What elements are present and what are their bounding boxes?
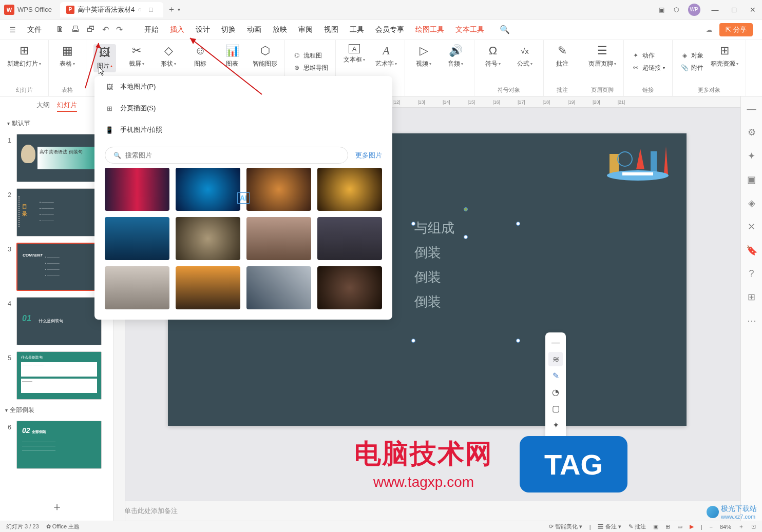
phone-image-option[interactable]: 📱手机图片/拍照	[94, 119, 392, 141]
screenshot-button[interactable]: ✂ 截屏▾	[125, 44, 148, 72]
comments-toggle[interactable]: ✎ 批注	[628, 523, 646, 530]
close-button[interactable]: ✕	[748, 6, 758, 14]
view-slideshow-icon[interactable]: ▶	[690, 523, 694, 530]
view-sorter-icon[interactable]: ⊞	[665, 523, 670, 530]
minimize-button[interactable]: —	[710, 6, 721, 14]
slide-thumb-5[interactable]: 5什么是倒装句———— ————————	[0, 348, 113, 403]
attachment-button[interactable]: 📎附件	[680, 63, 703, 72]
close-icon[interactable]: □	[149, 6, 153, 13]
flowchart-button[interactable]: ⌬流程图	[292, 51, 328, 60]
file-menu[interactable]: 文件	[27, 25, 42, 34]
outline-tab[interactable]: 大纲	[36, 101, 50, 112]
plugin-icon[interactable]: ⊞	[748, 291, 755, 303]
stock-image-1[interactable]	[105, 168, 169, 211]
stock-image-6[interactable]	[176, 217, 240, 260]
hyperlink-button[interactable]: ⚯超链接▾	[631, 63, 665, 72]
video-button[interactable]: ▷ 视频▾	[412, 44, 435, 68]
app-center-icon[interactable]: ▣	[659, 6, 664, 13]
menu-animation[interactable]: 动画	[247, 25, 261, 34]
maximize-button[interactable]: □	[730, 6, 738, 14]
slides-tab[interactable]: 幻灯片	[57, 101, 77, 112]
redo-icon[interactable]: ↷	[116, 25, 123, 34]
shape-tool-icon[interactable]: ◔	[548, 385, 563, 399]
stock-image-3[interactable]	[246, 168, 311, 211]
image-search-input[interactable]	[125, 151, 339, 159]
menu-start[interactable]: 开始	[144, 25, 159, 34]
tile-icon[interactable]: ▣	[747, 174, 756, 185]
menu-slideshow[interactable]: 放映	[273, 25, 287, 34]
cloud-icon[interactable]: ☁	[706, 26, 712, 33]
pencil-icon[interactable]: ✎	[548, 368, 563, 383]
stock-image-10[interactable]	[176, 266, 240, 309]
stock-image-4[interactable]	[317, 168, 382, 211]
collapse-icon[interactable]: —	[548, 336, 563, 350]
preview-icon[interactable]: 🗗	[87, 25, 95, 34]
view-reader-icon[interactable]: ▭	[677, 523, 682, 530]
bookmark-icon[interactable]: 🔖	[746, 245, 757, 256]
notes-area[interactable]: 单击此处添加备注	[114, 501, 740, 521]
paginated-image-option[interactable]: ⊞分页插图(S)	[94, 97, 392, 119]
new-slide-button[interactable]: ⊞ 新建幻灯片▾	[7, 44, 41, 68]
menu-transition[interactable]: 切换	[221, 25, 236, 34]
new-tab-button[interactable]: ＋▾	[167, 4, 180, 15]
wand-icon[interactable]: ✦	[548, 418, 563, 432]
search-icon[interactable]: 🔍	[500, 25, 510, 34]
notes-toggle[interactable]: ☰ 备注 ▾	[598, 523, 621, 530]
settings-icon[interactable]: ⚙	[748, 127, 756, 138]
stock-image-2[interactable]: AI	[176, 168, 240, 211]
chart-button[interactable]: 📊 图表	[221, 44, 243, 72]
animate-icon[interactable]: ◈	[748, 198, 755, 209]
add-slide-button[interactable]: ＋	[0, 493, 113, 521]
view-normal-icon[interactable]: ▣	[653, 523, 658, 530]
cube-icon[interactable]: ⬡	[674, 6, 679, 13]
menu-icon[interactable]: ☰	[9, 26, 16, 34]
image-search-box[interactable]: 🔍	[105, 147, 348, 164]
stock-image-8[interactable]	[317, 217, 382, 260]
stock-image-12[interactable]	[317, 266, 382, 309]
textbox-button[interactable]: A 文本框▾	[343, 44, 366, 68]
share-button[interactable]: ⇱ 分享	[719, 23, 753, 36]
star-icon[interactable]: ✦	[748, 150, 755, 162]
menu-design[interactable]: 设计	[196, 25, 210, 34]
zoom-in-button[interactable]: ＋	[738, 523, 744, 530]
save-icon[interactable]: 🗎	[56, 25, 64, 34]
theme-indicator[interactable]: ✿ Office 主题	[46, 523, 80, 530]
slide-text-line-2[interactable]: 倒装	[414, 240, 517, 265]
help-icon[interactable]: ?	[749, 268, 754, 279]
table-button[interactable]: ▦ 表格▾	[56, 44, 79, 68]
slide-text-line-3[interactable]: 倒装	[414, 265, 517, 289]
menu-view[interactable]: 视图	[324, 25, 338, 34]
stock-image-5[interactable]	[105, 217, 169, 260]
smartart-button[interactable]: ⬡ 智能图形	[253, 44, 277, 72]
zoom-level[interactable]: 84%	[720, 524, 731, 530]
stock-image-9[interactable]	[105, 266, 169, 309]
menu-tools[interactable]: 工具	[350, 25, 364, 34]
more-images-link[interactable]: 更多图片	[355, 151, 382, 160]
stock-image-7[interactable]	[246, 217, 311, 260]
headerfooter-button[interactable]: ☰ 页眉页脚▾	[588, 44, 616, 68]
tools-icon[interactable]: ✕	[748, 221, 755, 232]
object-button[interactable]: ◈对象	[680, 51, 703, 60]
mindmap-button[interactable]: ⊛思维导图	[292, 63, 328, 72]
shape-button[interactable]: ◇ 形状▾	[157, 44, 180, 72]
print-icon[interactable]: 🖶	[71, 25, 80, 34]
smart-enhance-button[interactable]: ⟳ 智能美化 ▾	[549, 523, 582, 530]
frame-icon[interactable]: ▢	[548, 401, 563, 416]
slide-thumb-6[interactable]: 602 全部倒装————————————————————————————————…	[0, 418, 113, 472]
fit-icon[interactable]: ⊡	[751, 523, 756, 530]
layers-icon[interactable]: ≋	[548, 352, 563, 366]
menu-drawtools[interactable]: 绘图工具	[415, 25, 444, 34]
avatar[interactable]: WP	[688, 4, 700, 16]
document-tab[interactable]: P 高中英语语法素材4 ○ □	[60, 2, 163, 17]
menu-review[interactable]: 审阅	[298, 25, 313, 34]
zoom-out-button[interactable]: −	[710, 524, 713, 530]
slide-text-line-4[interactable]: 倒装	[414, 289, 517, 314]
action-button[interactable]: ✦动作	[631, 51, 665, 60]
resources-button[interactable]: ⊞ 稻壳资源▾	[711, 44, 738, 82]
local-image-option[interactable]: 🖼本地图片(P)	[94, 76, 392, 97]
collapse-sidebar-icon[interactable]: —	[747, 104, 756, 114]
comment-button[interactable]: ✎ 批注	[551, 44, 574, 68]
symbol-button[interactable]: Ω 符号▾	[482, 44, 504, 68]
equation-button[interactable]: √x 公式▾	[513, 44, 536, 68]
overflow-icon[interactable]: ⋯	[747, 315, 756, 326]
